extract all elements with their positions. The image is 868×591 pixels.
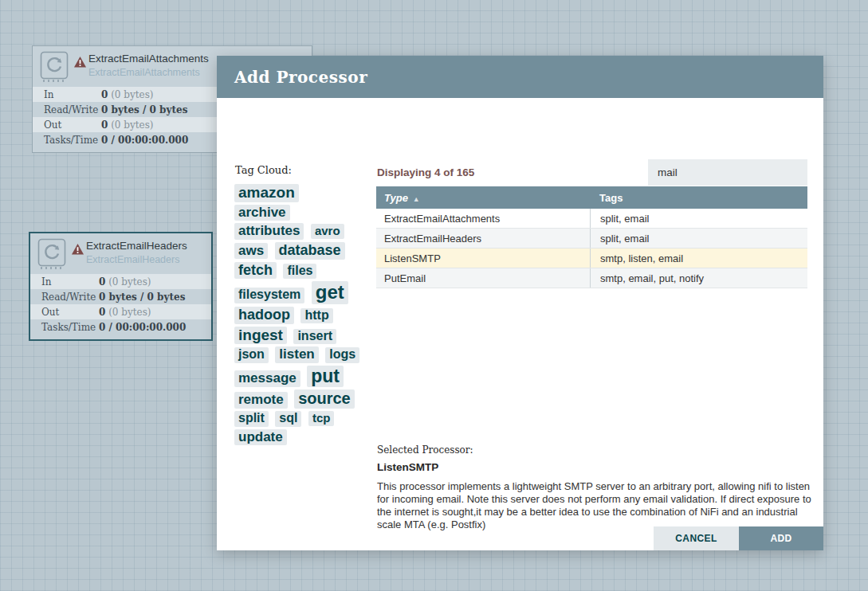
cell-type: ExtractEmailHeaders [376, 233, 590, 245]
stat-label: Tasks/Time [33, 135, 101, 146]
dialog-title: Add Processor [217, 68, 367, 87]
processor-extract-email-headers[interactable]: ExtractEmailHeaders ExtractEmailHeaders … [29, 232, 213, 341]
cancel-button[interactable]: CANCEL [654, 526, 739, 550]
tag-filter-chip[interactable]: logs [325, 347, 359, 362]
tag-filter-chip[interactable]: ingest [234, 327, 287, 345]
processor-name: ExtractEmailAttachments [88, 53, 209, 65]
stat-value: 0 bytes / 0 bytes [99, 292, 185, 303]
tag-filter-chip[interactable]: http [300, 308, 332, 323]
tag-filter-chip[interactable]: source [294, 389, 355, 409]
tag-filter-chip[interactable]: insert [293, 329, 336, 344]
processor-type: ExtractEmailAttachments [88, 67, 200, 78]
tag-filter-chip[interactable]: get [312, 281, 348, 304]
add-processor-dialog: Add Processor Tag Cloud: amazon archive … [217, 56, 823, 550]
stat-row: Read/Write 0 bytes / 0 bytes [30, 289, 211, 304]
stat-label: Read/Write [30, 292, 99, 303]
results-summary: Displaying 4 of 165 [377, 166, 474, 178]
stat-row: In 0 (0 bytes) [30, 274, 211, 289]
tag-filter-chip[interactable]: update [234, 429, 287, 446]
processor-table-row[interactable]: ExtractEmailAttachments split, email [376, 209, 807, 229]
warning-triangle-icon [72, 244, 84, 255]
tag-filter-chip[interactable]: database [275, 242, 345, 260]
cell-tags: split, email [590, 229, 807, 248]
selected-processor-description: This processor implements a lightweight … [377, 480, 811, 531]
tag-filter-chip[interactable]: avro [311, 224, 344, 238]
processor-table-row[interactable]: ListenSMTP smtp, listen, email [376, 249, 807, 268]
stat-row: Tasks/Time 0 / 00:00:00.000 [30, 319, 211, 335]
processor-stamp-icon [40, 51, 72, 83]
processor-type: ExtractEmailHeaders [86, 254, 179, 265]
dialog-body: Tag Cloud: amazon archive attributes avr… [217, 98, 823, 550]
column-header-tags[interactable]: Tags [590, 192, 807, 204]
stat-row: Out 0 (0 bytes) [30, 304, 211, 319]
stat-value: 0 (0 bytes) [99, 307, 151, 318]
tag-filter-chip[interactable]: json [234, 347, 269, 362]
processor-name: ExtractEmailHeaders [86, 240, 187, 252]
cell-type: PutEmail [376, 272, 590, 284]
processor-table-row[interactable]: ExtractEmailHeaders split, email [376, 229, 807, 249]
tag-filter-chip[interactable]: tcp [308, 411, 335, 425]
tag-filter-chip[interactable]: remote [234, 392, 288, 409]
cell-type: ListenSMTP [376, 252, 590, 264]
stat-value: 0 / 00:00:00.000 [99, 322, 186, 333]
stat-value: 0 (0 bytes) [101, 119, 154, 131]
table-header-row: Type▲ Tags [376, 186, 807, 209]
cell-tags: smtp, email, put, notify [590, 268, 807, 288]
stat-label: Tasks/Time [30, 322, 99, 333]
tag-filter-chip[interactable]: fetch [234, 262, 277, 280]
table-body: ExtractEmailAttachments split, email Ext… [376, 209, 807, 288]
column-header-type[interactable]: Type▲ [376, 192, 590, 204]
stat-value: 0 (0 bytes) [99, 276, 151, 288]
selected-processor-name: ListenSMTP [377, 461, 438, 473]
tag-filter-chip[interactable]: message [234, 370, 300, 387]
stat-label: Out [33, 119, 101, 131]
tag-filter-chip[interactable]: attributes [234, 223, 304, 240]
stat-label: Read/Write [33, 104, 101, 115]
processor-header: ExtractEmailHeaders ExtractEmailHeaders [30, 233, 211, 274]
tag-cloud: amazon archive attributes avro aws datab… [234, 184, 363, 448]
stat-label: In [33, 89, 101, 100]
add-button[interactable]: ADD [739, 526, 823, 550]
tag-filter-chip[interactable]: sql [275, 411, 301, 426]
cell-type: ExtractEmailAttachments [376, 213, 590, 225]
tag-filter-chip[interactable]: filesystem [234, 288, 304, 303]
selected-processor-label: Selected Processor: [377, 444, 473, 456]
tag-filter-chip[interactable]: aws [234, 243, 268, 260]
processor-table: Type▲ Tags ExtractEmailAttachments split… [376, 186, 807, 288]
sort-ascending-icon: ▲ [413, 195, 420, 203]
tag-filter-chip[interactable]: amazon [234, 184, 299, 202]
stat-value: 0 (0 bytes) [101, 89, 154, 100]
stat-value: 0 bytes / 0 bytes [101, 104, 187, 115]
processor-search-input[interactable] [648, 159, 807, 186]
dialog-header: Add Processor [217, 56, 823, 98]
processor-table-row[interactable]: PutEmail smtp, email, put, notify [376, 268, 807, 288]
stat-value: 0 / 00:00:00.000 [101, 135, 188, 146]
processor-stats: In 0 (0 bytes) Read/Write 0 bytes / 0 by… [30, 274, 211, 335]
cell-tags: smtp, listen, email [590, 249, 807, 268]
stat-label: Out [30, 307, 99, 318]
tag-filter-chip[interactable]: listen [275, 346, 318, 363]
tag-cloud-label: Tag Cloud: [235, 164, 292, 176]
tag-filter-chip[interactable]: archive [234, 205, 290, 221]
tag-filter-chip[interactable]: split [234, 411, 269, 426]
warning-triangle-icon [74, 57, 86, 68]
stat-label: In [30, 276, 99, 288]
tag-filter-chip[interactable]: hadoop [234, 307, 294, 324]
tag-filter-chip[interactable]: put [307, 366, 344, 387]
cell-tags: split, email [590, 209, 807, 228]
tag-filter-chip[interactable]: files [283, 264, 316, 279]
processor-stamp-icon [37, 238, 69, 270]
